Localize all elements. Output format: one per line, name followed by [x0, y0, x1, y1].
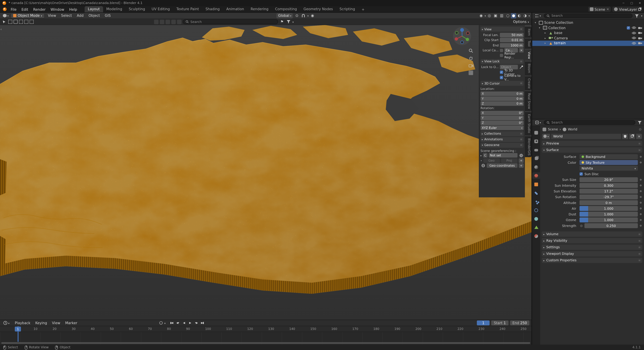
axis-value-field[interactable]: Y 0°: [480, 115, 524, 120]
render-region-checkbox[interactable]: [500, 54, 503, 57]
hide-eye-icon[interactable]: [632, 31, 636, 34]
decorator-icon[interactable]: [640, 219, 642, 221]
disable-render-camera-icon[interactable]: [638, 26, 642, 29]
active-tool-icon[interactable]: [2, 19, 7, 24]
properties-tab[interactable]: [532, 164, 540, 170]
shading-mode-icon[interactable]: ◐: [517, 13, 522, 18]
setting-value-field[interactable]: 0.01 m: [500, 38, 524, 42]
expand-arrow-icon[interactable]: ▸: [544, 41, 548, 45]
properties-tab[interactable]: [532, 215, 540, 222]
crs-field[interactable]: Not set: [489, 153, 518, 158]
setting-value-field[interactable]: 1000 m: [500, 43, 524, 47]
transport-button[interactable]: ▶▮: [200, 321, 205, 325]
properties-tab[interactable]: [532, 207, 540, 213]
outliner-item-label[interactable]: terrain: [554, 41, 566, 45]
collapsed-panel-header[interactable]: ▸ Ray Visibility ≡: [542, 238, 642, 243]
disable-render-camera-icon[interactable]: [638, 31, 642, 35]
decorator-icon[interactable]: [640, 196, 642, 198]
workspace-tab[interactable]: Sculpting: [126, 6, 148, 12]
outliner-item-label[interactable]: Camera: [554, 36, 568, 40]
bookmark-icon[interactable]: ⚑: [279, 19, 284, 24]
menu-item[interactable]: File: [8, 6, 19, 12]
new-world-button[interactable]: [629, 134, 635, 139]
geo-coordinates-button[interactable]: Geo-coordinates: [487, 163, 518, 168]
outliner-row[interactable]: ▾ Collection: [532, 25, 644, 30]
disable-render-camera-icon[interactable]: [638, 41, 642, 45]
blender-menu-icon[interactable]: [2, 7, 8, 11]
collapsed-panel-header[interactable]: ▸ Settings ≡: [542, 245, 642, 250]
viewport-menu-item[interactable]: Select: [59, 13, 74, 18]
n-panel-tab[interactable]: BlenderGIS: [525, 136, 532, 157]
decorator-icon[interactable]: [640, 156, 642, 158]
workspace-tab[interactable]: Geometry Nodes: [300, 6, 336, 12]
menu-item[interactable]: Help: [67, 6, 80, 12]
timeline-menu-item[interactable]: Keying: [33, 320, 50, 326]
viewport-menu-item[interactable]: GIS: [102, 13, 113, 18]
outliner-row[interactable]: ▾ Scene Collection: [532, 20, 644, 25]
expand-arrow-icon[interactable]: ▸: [544, 36, 548, 40]
outliner-search[interactable]: [544, 13, 632, 18]
terrain-object[interactable]: [0, 25, 532, 320]
axis-value-field[interactable]: Y 0 m: [480, 96, 524, 101]
workspace-tab[interactable]: Layout: [84, 6, 103, 12]
panel-header-collections[interactable]: ▸ Collections ≡: [480, 131, 524, 136]
decorator-icon[interactable]: [640, 213, 642, 215]
expand-icon[interactable]: ▸: [480, 154, 482, 157]
breadcrumb-world[interactable]: World: [568, 128, 577, 131]
shading-mode-icon[interactable]: ○: [505, 13, 510, 18]
outliner-search-input[interactable]: [552, 14, 630, 17]
local-camera-checkbox[interactable]: [500, 49, 503, 52]
tool-option-icon[interactable]: [166, 19, 170, 24]
pin-icon[interactable]: ⊙: [639, 128, 642, 131]
timeline-menu-item[interactable]: View: [50, 320, 63, 326]
viewport-menu-item[interactable]: View: [46, 13, 59, 18]
properties-search-input[interactable]: [552, 121, 632, 124]
rotation-order-dropdown[interactable]: XYZ Euler ▾: [480, 125, 524, 130]
panel-header-view[interactable]: ▾ View ≡: [480, 27, 524, 31]
workspace-tab[interactable]: Rendering: [247, 6, 272, 12]
close-button[interactable]: ✕: [636, 0, 644, 6]
expand-arrow-icon[interactable]: ▾: [539, 26, 542, 29]
n-panel-tab[interactable]: Create: [525, 76, 532, 90]
hide-eye-icon[interactable]: [632, 42, 636, 44]
transport-button[interactable]: ◀: [181, 321, 186, 325]
expand-arrow-icon[interactable]: ▸: [544, 31, 548, 35]
hide-eye-icon[interactable]: [632, 26, 636, 29]
transport-button[interactable]: ▶: [187, 321, 193, 325]
collapsed-panel-header[interactable]: ▸ Volume ≡: [542, 232, 642, 237]
setting-value-field[interactable]: 50 mm: [500, 33, 524, 37]
collapsed-panel-header[interactable]: ▸ Viewport Display ≡: [542, 251, 642, 257]
maximize-button[interactable]: ▢: [628, 0, 636, 6]
timeline-scrollbar[interactable]: [1, 342, 530, 344]
workspace-tab[interactable]: Shading: [202, 6, 223, 12]
snap-magnet-icon[interactable]: [301, 13, 306, 18]
n-panel-tab[interactable]: Tool: [525, 38, 532, 49]
timeline-menu-item[interactable]: Marker: [63, 320, 80, 326]
strength-field[interactable]: 0.250: [584, 223, 638, 228]
shading-dropdown-icon[interactable]: ▾: [528, 14, 530, 17]
timeline-body[interactable]: 1102030405060708090100110120130140150160…: [0, 326, 532, 345]
n-panel-tab[interactable]: Blosm: [525, 62, 532, 75]
snap-dropdown-icon[interactable]: ▾: [308, 14, 308, 17]
property-value-field[interactable]: 20.9°: [580, 177, 638, 182]
n-panel-tab[interactable]: Item: [525, 27, 532, 38]
select-box-mode-extend-icon[interactable]: [14, 20, 18, 24]
surface-shader-button[interactable]: Background: [580, 154, 638, 159]
toolbar-expand-icon[interactable]: ‹: [0, 27, 2, 31]
decorator-icon[interactable]: [640, 225, 642, 226]
panel-header-surface[interactable]: ▾ Surface ≡: [542, 147, 642, 153]
property-value-field[interactable]: -29.7°: [580, 194, 638, 199]
select-box-mode-new-icon[interactable]: [8, 20, 12, 24]
panel-header-preview[interactable]: ▸ Preview ≡: [542, 141, 642, 146]
axis-value-field[interactable]: X 0°: [480, 111, 524, 115]
color-input-button[interactable]: Sky Texture: [580, 160, 638, 165]
toggle-perspective-grid-icon[interactable]: [468, 70, 474, 76]
select-box-mode-intersect-icon[interactable]: [30, 20, 34, 24]
sky-model-dropdown[interactable]: Nishita ▾: [580, 166, 638, 171]
viewport-3d[interactable]: ‹: [0, 25, 532, 320]
n-panel-tab[interactable]: View: [525, 49, 532, 61]
decorator-icon[interactable]: [640, 208, 642, 209]
mode-selector[interactable]: Object Mode ▾: [11, 13, 44, 18]
property-slider[interactable]: 1.000: [580, 206, 638, 211]
outliner-item-label[interactable]: Collection: [548, 26, 566, 30]
